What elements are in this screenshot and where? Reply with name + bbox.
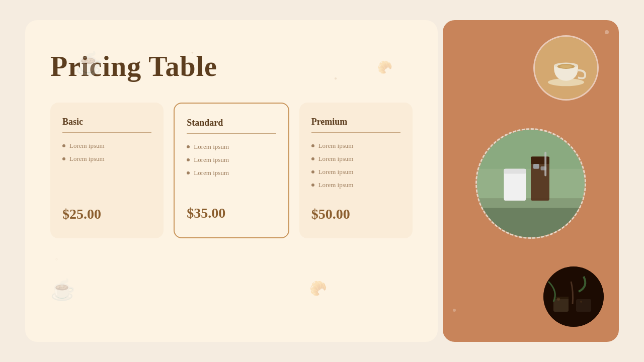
svg-rect-19 [576,299,591,312]
svg-rect-11 [531,157,549,164]
pricing-cards: Basic Lorem ipsum Lorem ipsum $25.00 Sta… [50,103,413,238]
premium-feature-4: Lorem ipsum [311,181,400,189]
svg-rect-14 [544,152,546,176]
bullet-icon [311,184,314,187]
standard-card-price: $35.00 [187,205,276,221]
basic-card-price: $25.00 [62,206,151,222]
premium-feature-1: Lorem ipsum [311,142,400,150]
svg-point-4 [560,65,572,68]
basic-card-divider [62,132,151,133]
bullet-icon [311,157,314,160]
iced-coffee-image [475,128,586,239]
bullet-icon [187,158,190,161]
standard-card: Standard Lorem ipsum Lorem ipsum Lorem i… [174,103,289,238]
basic-feature-1: Lorem ipsum [62,142,151,150]
deco-dot-4: ○ [55,257,58,261]
basic-feature-2: Lorem ipsum [62,155,151,163]
bullet-icon [62,157,65,160]
bullet-icon [187,171,190,174]
standard-feature-2: Lorem ipsum [187,156,276,164]
deco-coffee-icon-2: ☕ [50,278,75,302]
basic-card-title: Basic [62,117,151,127]
bullet-icon [187,145,190,148]
left-panel: ☕ ☕ ● ○ ● ○ 🥐 🥐 Pricing Table Basic Lore… [25,20,438,342]
latte-cup-svg [535,35,597,101]
basic-card: Basic Lorem ipsum Lorem ipsum $25.00 [50,103,164,238]
deco-croissant-icon: 🥐 [309,280,327,297]
svg-point-20 [557,298,560,301]
svg-rect-9 [504,169,526,174]
premium-card-divider [311,132,400,133]
iced-drink-svg [477,128,585,239]
bullet-icon [62,144,65,147]
svg-rect-12 [533,164,539,169]
basic-card-features: Lorem ipsum Lorem ipsum [62,142,151,194]
standard-feature-1: Lorem ipsum [187,143,276,151]
standard-card-features: Lorem ipsum Lorem ipsum Lorem ipsum [187,143,276,193]
premium-card: Premium Lorem ipsum Lorem ipsum Lorem ip… [299,103,413,238]
espresso-svg [543,266,604,327]
right-panel [443,20,619,342]
standard-card-title: Standard [187,118,276,128]
svg-point-21 [580,301,582,303]
standard-card-divider [187,133,276,134]
coffee-latte-image [533,35,599,101]
premium-card-price: $50.00 [311,206,400,222]
premium-card-features: Lorem ipsum Lorem ipsum Lorem ipsum Lore… [311,142,400,194]
bullet-icon [311,144,314,147]
slide-container: ☕ ☕ ● ○ ● ○ 🥐 🥐 Pricing Table Basic Lore… [25,20,619,342]
standard-feature-3: Lorem ipsum [187,169,276,177]
premium-feature-3: Lorem ipsum [311,168,400,176]
premium-card-title: Premium [311,117,400,127]
premium-feature-2: Lorem ipsum [311,155,400,163]
page-title: Pricing Table [50,50,413,82]
espresso-pour-image [543,266,604,327]
bullet-icon [311,170,314,173]
